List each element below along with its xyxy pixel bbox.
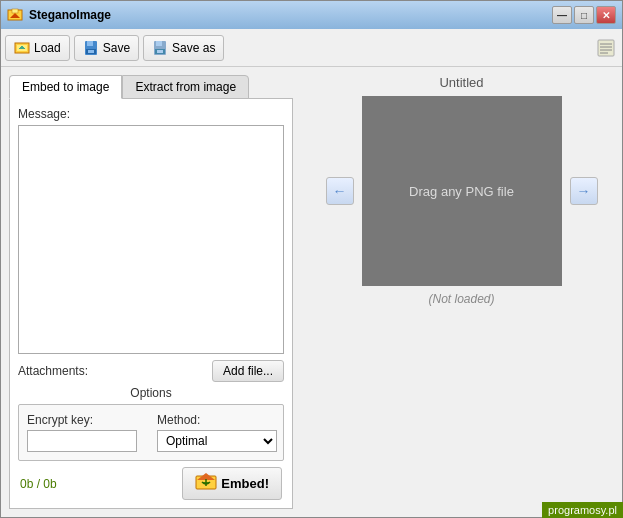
maximize-button[interactable]: □ <box>574 6 594 24</box>
svg-rect-6 <box>87 41 93 46</box>
saveas-button[interactable]: Save as <box>143 35 224 61</box>
save-label: Save <box>103 41 130 55</box>
size-indicator: 0b / 0b <box>20 477 57 491</box>
svg-rect-10 <box>156 41 162 46</box>
encrypt-group: Encrypt key: <box>27 413 137 452</box>
tab-embed[interactable]: Embed to image <box>9 75 122 99</box>
svg-rect-13 <box>598 40 614 56</box>
window-controls: — □ ✕ <box>552 6 616 24</box>
encrypt-label: Encrypt key: <box>27 413 137 427</box>
embed-panel: Message: Attachments: Add file... Option… <box>9 98 293 509</box>
minimize-button[interactable]: — <box>552 6 572 24</box>
options-row: Encrypt key: Method: Optimal LSB DCT <box>27 413 275 452</box>
next-button[interactable]: → <box>570 177 598 205</box>
options-section: Options Encrypt key: Method: Optimal <box>18 386 284 461</box>
attachments-row: Attachments: Add file... <box>18 360 284 382</box>
tab-extract[interactable]: Extract from image <box>122 75 249 99</box>
tab-bar: Embed to image Extract from image <box>9 75 293 99</box>
right-panel: Untitled ← Drag any PNG file → (Not load… <box>301 67 622 517</box>
load-icon <box>14 40 30 56</box>
embed-button[interactable]: Embed! <box>182 467 282 500</box>
title-bar: SteganoImage — □ ✕ <box>1 1 622 29</box>
image-nav-row: ← Drag any PNG file → <box>326 96 598 286</box>
prev-icon: ← <box>333 183 347 199</box>
method-select[interactable]: Optimal LSB DCT <box>157 430 277 452</box>
image-status: (Not loaded) <box>428 292 494 306</box>
left-panel: Embed to image Extract from image Messag… <box>1 67 301 517</box>
attachments-label: Attachments: <box>18 364 88 378</box>
saveas-icon <box>152 40 168 56</box>
options-box: Encrypt key: Method: Optimal LSB DCT <box>18 404 284 461</box>
window-title: SteganoImage <box>29 8 552 22</box>
method-label: Method: <box>157 413 277 427</box>
main-content: Embed to image Extract from image Messag… <box>1 67 622 517</box>
app-icon <box>7 7 23 23</box>
branding: programosy.pl <box>542 502 623 518</box>
svg-rect-12 <box>157 50 163 53</box>
main-window: SteganoImage — □ ✕ Load Save <box>0 0 623 518</box>
drag-text: Drag any PNG file <box>409 184 514 199</box>
bottom-bar: 0b / 0b Embed! <box>18 467 284 500</box>
next-icon: → <box>577 183 591 199</box>
add-file-button[interactable]: Add file... <box>212 360 284 382</box>
image-title: Untitled <box>439 75 483 90</box>
message-textarea[interactable] <box>18 125 284 354</box>
saveas-label: Save as <box>172 41 215 55</box>
save-button[interactable]: Save <box>74 35 139 61</box>
notes-icon <box>594 36 618 60</box>
prev-button[interactable]: ← <box>326 177 354 205</box>
options-header: Options <box>18 386 284 400</box>
message-label: Message: <box>18 107 284 121</box>
embed-icon <box>195 472 217 495</box>
encrypt-input[interactable] <box>27 430 137 452</box>
svg-rect-2 <box>12 9 18 13</box>
svg-rect-8 <box>88 50 94 53</box>
embed-button-label: Embed! <box>221 476 269 491</box>
load-button[interactable]: Load <box>5 35 70 61</box>
toolbar: Load Save Save as <box>1 29 622 67</box>
load-label: Load <box>34 41 61 55</box>
close-button[interactable]: ✕ <box>596 6 616 24</box>
image-canvas[interactable]: Drag any PNG file <box>362 96 562 286</box>
method-group: Method: Optimal LSB DCT <box>157 413 277 452</box>
save-icon <box>83 40 99 56</box>
